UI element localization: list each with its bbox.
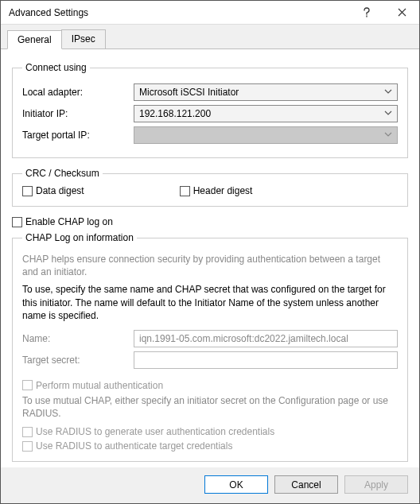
initiator-ip-value: 192.168.121.200 — [139, 108, 211, 119]
radius-auth-checkbox: Use RADIUS to authenticate target creden… — [22, 440, 398, 452]
cancel-button[interactable]: Cancel — [274, 475, 338, 494]
tab-strip: General IPsec — [1, 25, 419, 49]
crc-legend: CRC / Checksum — [22, 168, 103, 179]
enable-chap-label: Enable CHAP log on — [25, 216, 113, 227]
chap-help2: To use, specify the same name and CHAP s… — [22, 283, 398, 322]
chap-secret-input — [134, 351, 398, 369]
enable-chap-checkbox[interactable]: Enable CHAP log on — [12, 216, 408, 227]
connect-using-legend: Connect using — [22, 62, 90, 73]
ok-button[interactable]: OK — [204, 475, 268, 494]
local-adapter-label: Local adapter: — [22, 87, 134, 98]
target-portal-ip-select — [134, 126, 398, 144]
apply-button: Apply — [344, 475, 408, 494]
checkbox-icon — [12, 217, 22, 227]
checkbox-icon — [22, 380, 33, 390]
crc-group: CRC / Checksum Data digest Header digest — [12, 168, 408, 207]
local-adapter-select[interactable]: Microsoft iSCSI Initiator — [134, 83, 398, 101]
chevron-down-icon — [384, 87, 392, 96]
local-adapter-value: Microsoft iSCSI Initiator — [139, 87, 239, 98]
help-button[interactable] — [349, 1, 384, 25]
mutual-help: To use mutual CHAP, either specify an in… — [22, 394, 398, 420]
checkbox-icon — [180, 186, 190, 196]
chevron-down-icon — [384, 108, 392, 118]
checkbox-icon — [22, 186, 33, 196]
radius-auth-label: Use RADIUS to authenticate target creden… — [36, 440, 232, 452]
title-bar: Advanced Settings — [1, 1, 419, 25]
close-icon — [398, 8, 406, 17]
radius-generate-checkbox: Use RADIUS to generate user authenticati… — [22, 426, 398, 437]
chap-secret-label: Target secret: — [22, 355, 134, 366]
chap-help1: CHAP helps ensure connection security by… — [22, 253, 398, 278]
chevron-down-icon — [384, 130, 392, 139]
checkbox-icon — [22, 427, 33, 437]
data-digest-label: Data digest — [36, 185, 84, 196]
connect-using-group: Connect using Local adapter: Microsoft i… — [12, 62, 408, 158]
chap-legend: CHAP Log on information — [22, 232, 137, 243]
data-digest-checkbox[interactable]: Data digest — [22, 185, 84, 196]
target-portal-ip-label: Target portal IP: — [22, 130, 134, 141]
close-button[interactable] — [384, 1, 419, 25]
checkbox-icon — [22, 441, 33, 452]
button-bar: OK Cancel Apply — [1, 467, 419, 503]
mutual-auth-label: Perform mutual authentication — [36, 380, 163, 391]
help-icon — [363, 7, 371, 18]
chap-name-value: iqn.1991-05.com.microsoft:dc2022.jamilte… — [139, 333, 348, 344]
initiator-ip-select[interactable]: 192.168.121.200 — [134, 105, 398, 122]
window-title: Advanced Settings — [9, 7, 349, 18]
header-digest-checkbox[interactable]: Header digest — [180, 185, 253, 196]
mutual-auth-checkbox: Perform mutual authentication — [22, 380, 398, 391]
tab-content: Connect using Local adapter: Microsoft i… — [1, 49, 419, 467]
chap-name-input: iqn.1991-05.com.microsoft:dc2022.jamilte… — [134, 330, 398, 347]
header-digest-label: Header digest — [193, 185, 253, 196]
tab-general[interactable]: General — [7, 30, 62, 49]
radius-generate-label: Use RADIUS to generate user authenticati… — [36, 426, 274, 437]
tab-ipsec[interactable]: IPsec — [61, 29, 106, 48]
chap-name-label: Name: — [22, 333, 134, 344]
initiator-ip-label: Initiator IP: — [22, 108, 134, 119]
chap-group: CHAP Log on information CHAP helps ensur… — [12, 232, 408, 462]
